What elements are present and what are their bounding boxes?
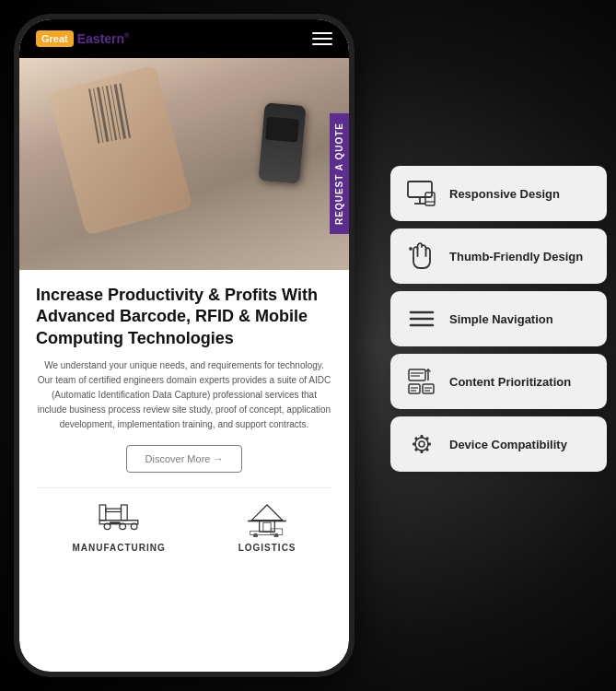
- phone-body-text: We understand your unique needs, and req…: [36, 358, 332, 432]
- svg-rect-1: [106, 509, 122, 511]
- discover-more-button[interactable]: Discover More →: [126, 445, 243, 473]
- svg-point-15: [253, 533, 258, 537]
- svg-point-16: [274, 533, 279, 537]
- phone-content-area: Increase Productivity & Profits With Adv…: [19, 270, 349, 568]
- svg-rect-12: [248, 521, 286, 522]
- phone-headline: Increase Productivity & Profits With Adv…: [36, 285, 332, 349]
- svg-rect-46: [427, 443, 431, 446]
- svg-rect-11: [263, 522, 271, 532]
- svg-rect-2: [122, 505, 128, 521]
- svg-rect-43: [421, 435, 424, 439]
- svg-point-41: [415, 438, 428, 451]
- phone-screen: Great Eastern®: [19, 19, 349, 672]
- logo-great: Great: [36, 30, 74, 47]
- manufacturing-item: MANUFACTURING: [72, 496, 165, 553]
- feature-cards-container: Responsive Design Thumb-Friendly Design: [390, 166, 607, 472]
- request-quote-tab[interactable]: REQUEST A QUOTE: [330, 113, 349, 234]
- menu-icon: [405, 302, 438, 335]
- svg-rect-29: [409, 369, 425, 381]
- svg-rect-0: [99, 505, 106, 521]
- phone-bottom-icons: MANUFACTURING: [36, 487, 332, 553]
- svg-marker-9: [251, 505, 282, 521]
- thumb-friendly-label: Thumb-Friendly Design: [449, 250, 583, 264]
- monitor-icon: [405, 177, 438, 210]
- phone-navbar: Great Eastern®: [19, 19, 349, 58]
- hamburger-menu[interactable]: [312, 32, 332, 45]
- svg-rect-7: [110, 522, 121, 525]
- logistics-label: LOGISTICS: [238, 543, 296, 553]
- svg-rect-32: [409, 384, 420, 393]
- content-prioritization-label: Content Prioritization: [449, 375, 571, 389]
- phone-device: Great Eastern®: [14, 14, 354, 677]
- svg-rect-20: [425, 193, 435, 205]
- logistics-item: LOGISTICS: [238, 496, 296, 553]
- feature-card-device-compatibility: Device Compatibility: [390, 416, 607, 472]
- feature-card-responsive-design: Responsive Design: [390, 166, 607, 221]
- logistics-icon: [244, 496, 290, 537]
- device-compatibility-label: Device Compatibility: [449, 438, 567, 451]
- phone-logo: Great Eastern®: [36, 30, 129, 47]
- svg-rect-10: [260, 521, 275, 533]
- hero-image: REQUEST A QUOTE: [19, 58, 349, 270]
- svg-rect-35: [423, 384, 434, 393]
- svg-rect-44: [421, 450, 424, 453]
- feature-card-content-prioritization: Content Prioritization: [390, 354, 607, 409]
- hand-icon: [405, 240, 438, 273]
- svg-point-42: [419, 441, 424, 447]
- svg-rect-17: [408, 182, 432, 197]
- simple-navigation-label: Simple Navigation: [449, 312, 553, 326]
- list-icon: [405, 365, 438, 398]
- responsive-design-label: Responsive Design: [449, 187, 560, 201]
- logo-eastern: Eastern®: [77, 31, 130, 46]
- manufacturing-icon: [96, 496, 142, 537]
- feature-card-simple-navigation: Simple Navigation: [390, 291, 607, 346]
- manufacturing-label: MANUFACTURING: [72, 543, 165, 553]
- svg-rect-45: [413, 443, 416, 446]
- feature-card-thumb-friendly: Thumb-Friendly Design: [390, 228, 607, 284]
- devices-icon: [405, 427, 438, 461]
